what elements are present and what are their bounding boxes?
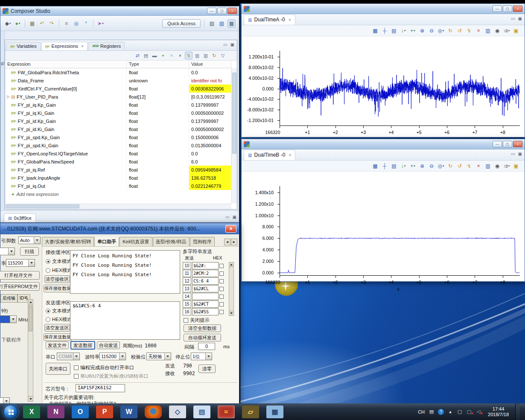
port-select[interactable]: COM8 (57, 353, 80, 360)
maximize-view-icon[interactable]: ▣ (233, 215, 236, 219)
zoom-out-icon[interactable]: ⊖ (427, 26, 436, 35)
import-expressions-icon[interactable]: ▥ (193, 52, 201, 59)
link-resources-icon[interactable]: ≡ (62, 19, 70, 28)
horizontal-cursor-icon[interactable]: ┼ (380, 26, 389, 35)
left-scrollbar[interactable] (28, 299, 33, 402)
baud-rate-select[interactable]: 115200 (99, 353, 126, 360)
scroll-mode-icon[interactable]: ⇉▾ (502, 162, 511, 170)
minimize-view-icon[interactable]: ▭ (223, 42, 227, 47)
open-perspective-icon[interactable]: ▨ (208, 19, 216, 28)
auto-send-button[interactable]: 自动发送 (97, 341, 120, 349)
zoom-mode-icon[interactable]: ◎▾ (437, 162, 445, 170)
scroll-up-icon[interactable] (229, 262, 233, 267)
clear-count-button[interactable]: 清零 (198, 365, 216, 373)
close-tab-icon[interactable]: × (81, 44, 84, 49)
table-row[interactable]: ▷▤FY_User_PID_Parafloat[12][0.0,3.091199… (5, 93, 231, 101)
receive-hex-mode-radio[interactable]: HEX模式 (46, 267, 72, 274)
auto-open-port-checkbox[interactable]: 编程完成后自动打开串口 (74, 365, 134, 371)
collapse-all-icon[interactable]: ▬ (151, 52, 158, 59)
remove-expression-icon[interactable]: × (168, 52, 175, 59)
row-hex-checkbox[interactable] (219, 271, 224, 276)
save-icon[interactable]: ▦ (28, 19, 36, 28)
graph-properties-icon[interactable]: ▦ (371, 26, 379, 35)
plot-canvas[interactable] (277, 186, 520, 278)
serial-tab-3[interactable]: 选型/价格/样品 (153, 237, 190, 246)
maximize-button[interactable]: ▢ (217, 8, 227, 14)
ccs-titlebar[interactable]: Composer Studio —▢× (0, 6, 239, 16)
serial-tab-2[interactable]: Keil仿真设置 (120, 237, 152, 246)
stc-isp-taskbar-icon[interactable]: ≈ (218, 405, 235, 418)
maximize-button[interactable]: ▢ (503, 6, 512, 12)
save-receive-button[interactable]: 保存接收数据 (44, 285, 72, 292)
word-taskbar-icon[interactable]: W (120, 405, 137, 418)
baud-select-left[interactable]: 115200 (6, 259, 35, 267)
minimize-view-icon[interactable]: ▭ (511, 152, 515, 156)
tab-dualtimea[interactable]: ▥DualTimeA -0× (244, 15, 295, 25)
receive-buffer-textarea[interactable]: FY Close Loop Running State!FY Close Loo… (70, 250, 180, 294)
row-hex-checkbox[interactable] (219, 279, 224, 283)
measure-icon[interactable]: ▥ (484, 162, 492, 170)
zoom-out-icon[interactable]: ⊖ (427, 162, 436, 170)
remove-all-expressions-icon[interactable]: × (176, 52, 184, 59)
row-text-input[interactable]: $&2#: (192, 262, 219, 269)
sort-icon[interactable]: ↓▾ (399, 26, 408, 35)
notepad-taskbar-icon[interactable]: ▤ (193, 405, 210, 418)
row-text-input[interactable]: 2#CM:2 (192, 270, 219, 277)
expander-icon[interactable]: ▷ (6, 95, 11, 99)
scroll-up-icon[interactable] (28, 300, 33, 305)
table-row[interactable]: (x)=FW_GlobalPara.RdcInitThetafloat0.0 (5, 68, 231, 76)
add-trace-icon[interactable]: +▾ (408, 26, 417, 35)
snowflake-icon[interactable]: * (82, 19, 90, 28)
close-port-button[interactable]: 关闭串口 (46, 363, 70, 375)
left-mini-tab-0[interactable]: 后传输 (0, 294, 18, 303)
sort-icon[interactable]: ↓▾ (399, 162, 408, 170)
table-row[interactable]: (x)=FY_pi_iq.Outfloat0.0221246779 (5, 182, 231, 190)
minimize-button[interactable]: — (493, 6, 502, 12)
debug-perspective-icon[interactable]: ▧ (218, 19, 226, 28)
taskbar-clock[interactable]: 17:44 2018/7/18 (485, 406, 511, 417)
send-data-button[interactable]: 发送数据 (70, 341, 95, 350)
add-trace-icon[interactable]: +▾ (408, 162, 417, 170)
undo-icon[interactable]: ↶ (38, 19, 46, 28)
virtualbox-taskbar-icon[interactable]: ◇ (169, 405, 186, 418)
scrollbar-thumb[interactable] (29, 306, 32, 331)
table-row[interactable]: (x)=FY_ipark.InputAnglefloat136.627518 (5, 174, 231, 182)
zoom-in-icon[interactable]: ⊕ (418, 26, 426, 35)
maximize-view-icon[interactable]: ▣ (518, 152, 522, 156)
table-row[interactable]: (x)=FY_pi_spd.Kp_Gainfloat0.150000006 (5, 133, 231, 141)
table-row[interactable]: (x)=FY_GlobalPara.NewSpeedfloat6.0 (5, 158, 231, 166)
vertical-cursor-icon[interactable]: ▤ (390, 162, 398, 170)
onenote-taskbar-icon[interactable]: N (47, 405, 64, 418)
add-expression-icon[interactable]: + (159, 52, 167, 59)
auto-loop-send-button[interactable]: 自动循环发送 (184, 334, 221, 341)
open-eeprom-file-button[interactable]: 打开EEPROM文件 (0, 282, 40, 291)
image-viewer-taskbar-icon[interactable]: ▦ (266, 405, 283, 418)
tab-expressions[interactable]: (x)=Expressions× (41, 42, 88, 50)
tab-console[interactable]: ▤ 0x3ff9ce (4, 213, 36, 222)
serial-titlebar[interactable]: ...012928) 官网:www.STCMCUDATA.com (技术支持QQ… (0, 223, 239, 234)
build-icon[interactable]: ◆▾ (4, 19, 12, 28)
row-hex-checkbox[interactable] (219, 295, 224, 299)
table-row[interactable]: (x)=FY_OpenLoopTest.IQTargetValuefloat0.… (5, 149, 231, 158)
scan-button[interactable]: 扫描 (20, 247, 39, 256)
add-expression-row[interactable]: + Add new expression (5, 190, 237, 198)
reset-view-icon[interactable]: ↻ (446, 26, 455, 35)
close-tab-icon[interactable]: × (289, 153, 291, 158)
clear-send-button[interactable]: 清空发送区 (44, 324, 70, 332)
column-header[interactable]: Value (189, 61, 231, 68)
row-text-input[interactable] (192, 293, 219, 300)
horizontal-cursor-icon[interactable]: ┼ (380, 162, 389, 170)
start-button[interactable] (3, 405, 18, 419)
table-row[interactable]: (x)=FY_pi_id.Kp_Gainfloat0.137999997 (5, 117, 231, 125)
keyboard-icon[interactable]: ▤ (429, 409, 435, 414)
view-menu-icon[interactable]: ▽ (219, 52, 227, 59)
usb-serial-checkbox[interactable]: 将U8/U7设置为标准USB转串口 (74, 373, 149, 379)
close-button[interactable]: × (228, 8, 237, 14)
table-row[interactable]: (x)=FY_pi_spd.Ki_Gainfloat0.0135000004 (5, 141, 231, 149)
scrollbar-thumb[interactable] (232, 73, 236, 154)
stop-bits-select[interactable]: 1位 (191, 353, 212, 360)
horizontal-scrollbar[interactable] (5, 204, 231, 209)
plot-canvas[interactable] (277, 51, 520, 128)
row-text-input[interactable]: $&2#CT (192, 300, 219, 308)
row-hex-checkbox[interactable] (219, 302, 224, 306)
